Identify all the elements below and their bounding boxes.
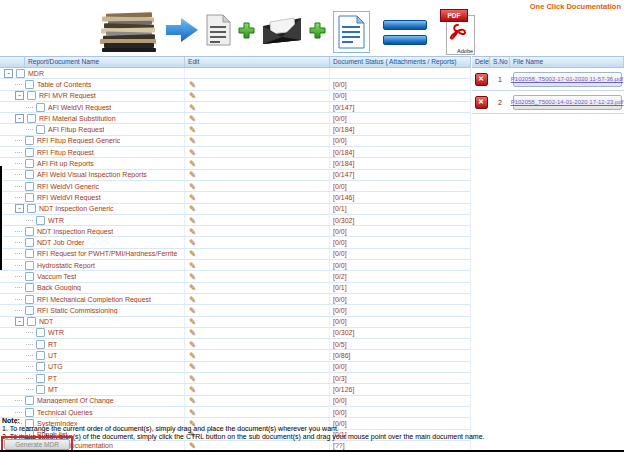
- tree-row[interactable]: Hydrostatic Report✎[0/0]: [0, 260, 471, 271]
- row-checkbox[interactable]: [25, 408, 34, 417]
- tree-row[interactable]: -RFI MVR Request✎[0/0]: [0, 91, 471, 102]
- tree-row[interactable]: RFI Fitup Request✎[0/184]: [0, 147, 471, 158]
- tree-row[interactable]: AFI Fit up Reports✎[0/184]: [0, 158, 471, 169]
- tree-row[interactable]: -MDR: [0, 68, 471, 79]
- edit-icon[interactable]: ✎: [189, 148, 196, 157]
- document-name-label[interactable]: AFI Fit up Reports: [37, 160, 94, 167]
- tree-row[interactable]: -RFI Material Substitution✎[0/0]: [0, 113, 471, 124]
- document-name-label[interactable]: Table of Contents: [37, 81, 91, 88]
- document-name-label[interactable]: Hydrostatic Report: [37, 262, 95, 269]
- tree-row[interactable]: UT✎[0/86]: [0, 350, 471, 361]
- collapse-toggle-icon[interactable]: -: [15, 204, 24, 213]
- edit-icon[interactable]: ✎: [189, 340, 196, 349]
- document-name-label[interactable]: AFI WeldVI Request: [48, 104, 111, 111]
- row-checkbox[interactable]: [36, 362, 45, 371]
- edit-icon[interactable]: ✎: [189, 374, 196, 383]
- generate-mdr-button[interactable]: Generate MDR: [4, 439, 70, 450]
- edit-icon[interactable]: ✎: [189, 182, 196, 191]
- edit-icon[interactable]: ✎: [189, 306, 196, 315]
- row-checkbox[interactable]: [36, 216, 45, 225]
- row-checkbox[interactable]: [25, 295, 34, 304]
- row-checkbox[interactable]: [36, 351, 45, 360]
- document-name-label[interactable]: PT: [48, 375, 57, 382]
- row-checkbox[interactable]: [25, 193, 34, 202]
- document-name-label[interactable]: WTR: [48, 329, 64, 336]
- edit-icon[interactable]: ✎: [189, 227, 196, 236]
- edit-icon[interactable]: ✎: [189, 114, 196, 123]
- edit-icon[interactable]: ✎: [189, 238, 196, 247]
- document-name-label[interactable]: AFI Weld Visual Inspection Reports: [37, 171, 147, 178]
- row-checkbox[interactable]: [16, 69, 25, 78]
- edit-icon[interactable]: ✎: [189, 385, 196, 394]
- row-checkbox[interactable]: [25, 272, 34, 281]
- tree-row[interactable]: -NDT Inspection Generic✎[0/1]: [0, 204, 471, 215]
- row-checkbox[interactable]: [36, 385, 45, 394]
- row-checkbox[interactable]: [36, 125, 45, 134]
- document-name-label[interactable]: Vaccum Test: [37, 273, 76, 280]
- edit-icon[interactable]: ✎: [189, 283, 196, 292]
- row-checkbox[interactable]: [27, 114, 36, 123]
- row-checkbox[interactable]: [25, 249, 34, 258]
- collapse-toggle-icon[interactable]: -: [15, 114, 24, 123]
- document-name-label[interactable]: RFI Material Substitution: [39, 115, 116, 122]
- row-checkbox[interactable]: [27, 204, 36, 213]
- edit-icon[interactable]: ✎: [189, 261, 196, 270]
- document-name-label[interactable]: RFI Fitup Request: [37, 149, 94, 156]
- file-name-button[interactable]: P102058_T5002-17-01-2020 11-57-36.pdf: [513, 72, 622, 87]
- row-checkbox[interactable]: [25, 227, 34, 236]
- tree-row[interactable]: RFI Request for PWHT/PMI/Hardness/Ferrit…: [0, 249, 471, 260]
- document-name-label[interactable]: RFI Request for PWHT/PMI/Hardness/Ferrit…: [37, 250, 177, 257]
- edit-icon[interactable]: ✎: [189, 362, 196, 371]
- tree-row[interactable]: RFI Fitup Request Generic✎[0/0]: [0, 136, 471, 147]
- tree-row[interactable]: Management Of Change✎[0/0]: [0, 396, 471, 407]
- edit-icon[interactable]: ✎: [189, 216, 196, 225]
- tree-row[interactable]: Back Gouging✎[0/1]: [0, 283, 471, 294]
- edit-icon[interactable]: ✎: [189, 351, 196, 360]
- document-name-label[interactable]: Management Of Change: [37, 397, 114, 404]
- document-name-label[interactable]: RFI Fitup Request Generic: [37, 137, 120, 144]
- row-checkbox[interactable]: [36, 340, 45, 349]
- file-name-link[interactable]: P102058_T5002-17-01-2020 11-57-36.pdf: [511, 76, 623, 82]
- document-name-label[interactable]: RFI WeldVI Request: [37, 194, 101, 201]
- row-checkbox[interactable]: [25, 136, 34, 145]
- document-name-label[interactable]: RFI WeldVI Generic: [37, 183, 99, 190]
- document-name-label[interactable]: RT: [48, 341, 57, 348]
- edit-icon[interactable]: ✎: [189, 295, 196, 304]
- document-name-label[interactable]: NDT Inspection Request: [37, 228, 113, 235]
- edit-icon[interactable]: ✎: [189, 136, 196, 145]
- collapse-toggle-icon[interactable]: -: [4, 69, 13, 78]
- tree-row[interactable]: RFI WeldVI Generic✎[0/0]: [0, 181, 471, 192]
- tree-row[interactable]: MT✎[0/126]: [0, 384, 471, 395]
- tree-row[interactable]: Table of Contents✎[0/0]: [0, 79, 471, 90]
- tree-row[interactable]: AFI WeldVI Request✎[0/147]: [0, 102, 471, 113]
- document-name-label[interactable]: WTR: [48, 217, 64, 224]
- row-checkbox[interactable]: [25, 238, 34, 247]
- file-name-link[interactable]: P102058_T5002-14-01-2020 17-12-23.pdf: [511, 99, 624, 105]
- tree-row[interactable]: RFI WeldVI Request✎[0/146]: [0, 192, 471, 203]
- edit-icon[interactable]: ✎: [189, 204, 196, 213]
- document-name-label[interactable]: NDT: [39, 318, 53, 325]
- tree-row[interactable]: AFI Weld Visual Inspection Reports✎[0/14…: [0, 170, 471, 181]
- edit-icon[interactable]: ✎: [189, 125, 196, 134]
- tree-row[interactable]: RFI Mechanical Completion Request✎[0/0]: [0, 294, 471, 305]
- document-name-label[interactable]: Back Gouging: [37, 284, 81, 291]
- delete-file-button[interactable]: ✕: [475, 73, 488, 86]
- document-name-label[interactable]: RFI Mechanical Completion Request: [37, 296, 151, 303]
- tree-row[interactable]: NDT Inspection Request✎[0/0]: [0, 226, 471, 237]
- edit-icon[interactable]: ✎: [189, 80, 196, 89]
- row-checkbox[interactable]: [27, 317, 36, 326]
- document-name-label[interactable]: NDT Inspection Generic: [39, 205, 114, 212]
- edit-icon[interactable]: ✎: [189, 103, 196, 112]
- tree-row[interactable]: RFI Static Commissioning✎[0/0]: [0, 305, 471, 316]
- tree-row[interactable]: RT✎[0/5]: [0, 339, 471, 350]
- document-name-label[interactable]: UTG: [48, 363, 63, 370]
- edit-icon[interactable]: ✎: [189, 91, 196, 100]
- edit-icon[interactable]: ✎: [189, 249, 196, 258]
- row-checkbox[interactable]: [25, 170, 34, 179]
- row-checkbox[interactable]: [25, 306, 34, 315]
- tree-row[interactable]: NDT Job Order✎[0/0]: [0, 237, 471, 248]
- row-checkbox[interactable]: [25, 159, 34, 168]
- row-checkbox[interactable]: [36, 328, 45, 337]
- document-name-label[interactable]: Technical Queries: [37, 409, 93, 416]
- document-name-label[interactable]: RFI Static Commissioning: [37, 307, 118, 314]
